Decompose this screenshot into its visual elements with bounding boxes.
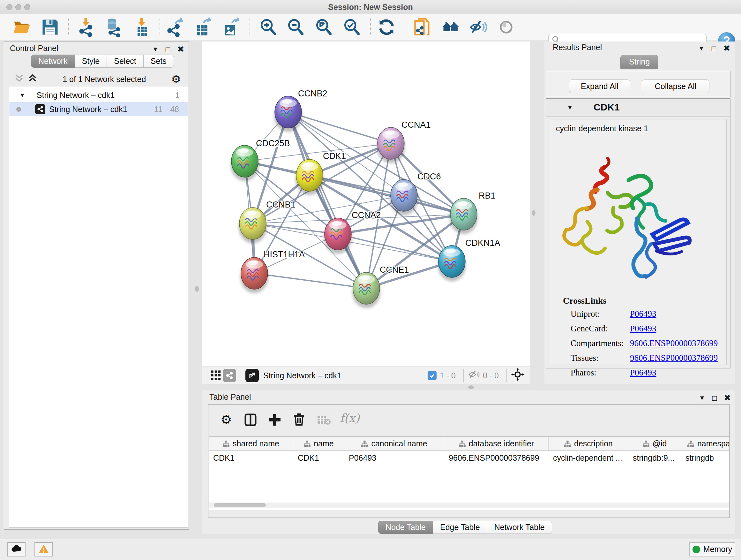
column-header-label: namespace xyxy=(697,439,729,448)
network-edge[interactable] xyxy=(254,273,366,288)
collapse-all-button[interactable]: Collapse All xyxy=(642,79,710,93)
column-header-shared-name[interactable]: shared name xyxy=(209,437,293,450)
panel-collapse-icon[interactable]: ▼ xyxy=(698,45,704,52)
table-cell[interactable]: CDK1 xyxy=(209,451,293,466)
birds-eye-view-icon[interactable] xyxy=(209,369,223,382)
column-header-database-identifier[interactable]: database identifier xyxy=(444,437,549,450)
column-header-canonical-name[interactable]: canonical name xyxy=(344,437,444,450)
panel-collapse-icon[interactable]: ▼ xyxy=(152,46,158,53)
scrollbar-thumb[interactable] xyxy=(214,503,266,507)
crosslink-link[interactable]: P06493 xyxy=(630,368,657,377)
network-collection-row[interactable]: ▼ String Network – cdk1 1 xyxy=(9,88,188,102)
tab-node-table[interactable]: Node Table xyxy=(378,521,433,534)
warning-status-button[interactable] xyxy=(35,542,53,557)
table-options-gear-icon[interactable]: ⚙ xyxy=(220,412,232,427)
node-label: CCNB2 xyxy=(298,89,327,98)
network-canvas[interactable]: CCNB2CCNA1CDC25BCDK1CDC6RB1CCNB1CCNA2CDK… xyxy=(202,42,530,367)
cloud-status-button[interactable] xyxy=(7,542,25,557)
tab-network[interactable]: Network xyxy=(31,55,75,68)
hidden-eye-icon[interactable] xyxy=(468,370,480,381)
tab-sets[interactable]: Sets xyxy=(144,55,174,68)
expand-all-networks-icon[interactable] xyxy=(14,73,24,85)
import-network-from-database-button[interactable] xyxy=(103,17,124,38)
column-header-description[interactable]: description xyxy=(549,437,628,450)
table-horizontal-scrollbar[interactable] xyxy=(209,503,729,508)
network-node-ccne1[interactable]: CCNE1 xyxy=(352,265,409,308)
panel-collapse-icon[interactable]: ▼ xyxy=(699,394,705,401)
column-header-name[interactable]: name xyxy=(293,437,344,450)
network-node-rb1[interactable]: RB1 xyxy=(450,191,495,234)
zoom-fit-button[interactable] xyxy=(313,17,334,38)
table-cell[interactable]: stringdb xyxy=(681,451,729,466)
collection-expander-icon[interactable]: ▼ xyxy=(19,92,25,99)
memory-button[interactable]: Memory xyxy=(689,542,735,557)
table-cell[interactable]: stringdb:9... xyxy=(628,451,681,466)
vertical-splitter-handle[interactable] xyxy=(532,210,536,216)
network-node-cdc25b[interactable]: CDC25B xyxy=(231,138,290,181)
column-header--id[interactable]: @id xyxy=(628,437,681,450)
column-header-namespace[interactable]: namespace xyxy=(681,437,729,450)
table-cell[interactable]: 9606.ENSP00000378699 xyxy=(444,451,549,466)
network-share-icon[interactable] xyxy=(223,369,236,382)
crosslink-link[interactable]: 9606.ENSP00000378699 xyxy=(630,353,718,363)
table-row[interactable]: CDK1CDK1P064939606.ENSP00000378699cyclin… xyxy=(209,451,729,466)
collapse-all-networks-icon[interactable] xyxy=(28,73,37,85)
open-in-window-icon[interactable] xyxy=(246,369,259,382)
zoom-in-button[interactable] xyxy=(258,17,278,38)
import-table-button[interactable] xyxy=(132,17,152,38)
panel-close-icon[interactable]: ✖ xyxy=(724,393,731,403)
string-app-button[interactable] xyxy=(412,17,432,38)
zoom-out-button[interactable] xyxy=(285,17,306,38)
show-columns-icon[interactable] xyxy=(244,413,258,429)
panel-close-icon[interactable]: ✖ xyxy=(723,44,730,53)
zoom-selected-button[interactable] xyxy=(341,17,362,38)
crosslink-link[interactable]: 9606.ENSP00000378699 xyxy=(630,338,718,348)
network-edge[interactable] xyxy=(288,112,366,288)
delete-table-icon xyxy=(317,414,331,428)
network-node-ccnb2[interactable]: CCNB2 xyxy=(274,89,327,132)
crosslink-link[interactable]: P06493 xyxy=(630,324,657,333)
entry-expander-icon[interactable]: ▼ xyxy=(567,104,573,111)
export-network-button[interactable] xyxy=(165,17,185,38)
panel-close-icon[interactable]: ✖ xyxy=(177,44,184,54)
crosslink-link[interactable]: P06493 xyxy=(630,309,657,319)
tab-select[interactable]: Select xyxy=(107,55,143,68)
network-node-cdc6[interactable]: CDC6 xyxy=(390,172,441,215)
network-options-gear-icon[interactable]: ⚙ xyxy=(172,73,181,85)
selected-checkbox-icon[interactable] xyxy=(428,371,436,380)
network-node-hist1h1a[interactable]: HIST1H1A xyxy=(240,250,305,293)
string-app-icon xyxy=(412,33,431,38)
open-session-button[interactable] xyxy=(11,17,32,38)
import-network-button[interactable] xyxy=(76,17,97,38)
save-session-button[interactable] xyxy=(40,17,60,38)
tab-style[interactable]: Style xyxy=(75,55,107,68)
export-table-button[interactable] xyxy=(193,17,213,38)
table-cell[interactable]: cyclin-dependent ... xyxy=(549,451,628,466)
table-cell[interactable]: P06493 xyxy=(344,451,444,466)
horizontal-splitter-handle[interactable] xyxy=(468,385,474,389)
panel-float-icon[interactable]: □ xyxy=(712,44,717,53)
tab-network-table[interactable]: Network Table xyxy=(487,521,552,534)
tab-edge-table[interactable]: Edge Table xyxy=(433,521,487,534)
panel-float-icon[interactable]: □ xyxy=(712,394,717,402)
hide-panel-button[interactable] xyxy=(468,17,488,38)
table-cell[interactable]: CDK1 xyxy=(293,451,344,466)
network-view[interactable]: CCNB2CCNA1CDC25BCDK1CDC6RB1CCNB1CCNA2CDK… xyxy=(202,42,530,384)
vertical-splitter-handle[interactable] xyxy=(195,286,199,292)
home-pages-button[interactable] xyxy=(440,17,461,38)
panel-float-icon[interactable]: □ xyxy=(165,45,171,54)
export-image-button[interactable] xyxy=(221,17,241,38)
refresh-view-button[interactable] xyxy=(376,17,397,38)
network-node-ccnb1[interactable]: CCNB1 xyxy=(239,200,295,243)
network-row[interactable]: String Network – cdk1 11 48 xyxy=(9,102,188,116)
entry-header[interactable]: ▼ CDK1 xyxy=(546,99,730,117)
fit-content-crosshair-icon[interactable] xyxy=(511,368,524,383)
delete-column-icon[interactable] xyxy=(292,412,306,428)
network-edge[interactable] xyxy=(288,112,391,143)
show-panel-button[interactable] xyxy=(496,17,516,38)
node-label: CDKN1A xyxy=(465,238,500,248)
add-column-icon[interactable] xyxy=(268,413,282,429)
network-node-cdkn1a[interactable]: CDKN1A xyxy=(438,238,500,281)
tab-string[interactable]: String xyxy=(620,55,658,69)
expand-all-button[interactable]: Expand All xyxy=(569,79,630,93)
